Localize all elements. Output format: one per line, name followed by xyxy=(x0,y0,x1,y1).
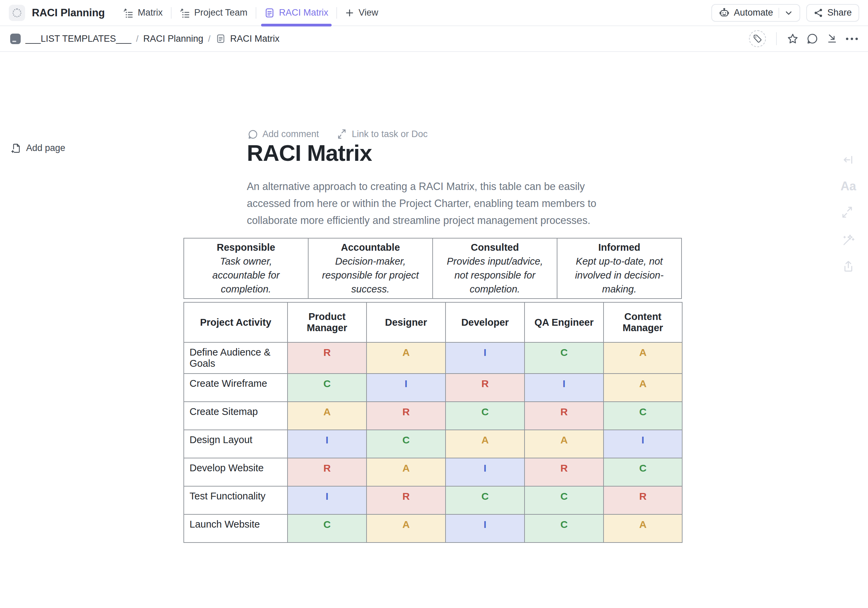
assignment-cell[interactable]: C xyxy=(288,514,367,543)
column-header-role[interactable]: Designer xyxy=(367,302,445,342)
assignment-cell[interactable]: I xyxy=(445,342,524,373)
legend-cell-consulted[interactable]: Consulted Provides input/advice, not res… xyxy=(432,238,557,299)
assignment-cell[interactable]: C xyxy=(445,402,524,430)
assignment-cell[interactable]: R xyxy=(288,458,367,486)
legend-definition: Task owner, accountable for completion. xyxy=(192,255,300,296)
activity-cell[interactable]: Develop Website xyxy=(184,458,288,486)
legend-cell-informed[interactable]: Informed Kept up-to-date, not involved i… xyxy=(557,238,682,299)
column-header-role[interactable]: QA Engineer xyxy=(524,302,603,342)
app-root: RACI Planning Matrix Proje xyxy=(0,0,868,608)
assignment-cell[interactable]: R xyxy=(288,342,367,373)
breadcrumb-item-list-templates[interactable]: ___LIST TEMPLATES___ xyxy=(25,34,131,44)
workspace-avatar[interactable] xyxy=(9,5,25,21)
assignment-cell[interactable]: C xyxy=(524,486,603,514)
assignment-cell[interactable]: I xyxy=(288,486,367,514)
column-header-role[interactable]: Content Manager xyxy=(603,302,682,342)
breadcrumb-item-raci-planning[interactable]: RACI Planning xyxy=(143,34,203,44)
assignment-cell[interactable]: C xyxy=(603,458,682,486)
favorite-button[interactable] xyxy=(787,33,798,44)
raci-matrix-table: Project ActivityProduct ManagerDesignerD… xyxy=(183,302,682,543)
share-button[interactable]: Share xyxy=(806,4,859,22)
assignment-cell[interactable]: A xyxy=(603,514,682,543)
typography-icon[interactable]: Aa xyxy=(840,180,856,192)
breadcrumb-item-raci-matrix[interactable]: RACI Matrix xyxy=(230,34,280,44)
divider xyxy=(776,32,777,45)
assignment-cell[interactable]: R xyxy=(367,486,445,514)
assignment-cell[interactable]: I xyxy=(288,430,367,458)
assignment-cell[interactable]: I xyxy=(524,373,603,402)
add-view-button[interactable]: View xyxy=(337,0,386,26)
activity-cell[interactable]: Create Wireframe xyxy=(184,373,288,402)
assignment-cell[interactable]: C xyxy=(603,402,682,430)
assignment-cell[interactable]: A xyxy=(445,430,524,458)
assignment-cell[interactable]: A xyxy=(603,342,682,373)
link-arrows-icon xyxy=(337,129,347,140)
tab-project-team[interactable]: Project Team xyxy=(172,0,256,26)
automate-button[interactable]: Automate xyxy=(711,4,800,22)
pinned-list-icon xyxy=(123,8,133,18)
assignment-cell[interactable]: C xyxy=(524,342,603,373)
assignment-cell[interactable]: A xyxy=(367,342,445,373)
legend-term: Informed xyxy=(566,241,673,255)
legend-definition: Decision-maker, responsible for project … xyxy=(317,255,424,296)
plus-icon xyxy=(345,8,354,17)
more-options-button[interactable] xyxy=(846,38,858,40)
assignment-cell[interactable]: R xyxy=(524,402,603,430)
legend-row: Responsible Task owner, accountable for … xyxy=(184,238,682,299)
doc-canvas: Add page Aa xyxy=(0,52,868,607)
chevron-down-icon[interactable] xyxy=(784,9,793,17)
assignment-cell[interactable]: I xyxy=(603,430,682,458)
assignment-cell[interactable]: A xyxy=(603,373,682,402)
comments-button[interactable] xyxy=(807,33,818,44)
doc-title[interactable]: RACI Matrix xyxy=(247,140,372,166)
add-tag-button[interactable] xyxy=(749,30,766,47)
assignment-cell[interactable]: R xyxy=(445,373,524,402)
column-header-role[interactable]: Product Manager xyxy=(288,302,367,342)
column-header-activity[interactable]: Project Activity xyxy=(184,302,288,342)
activity-cell[interactable]: Launch Website xyxy=(184,514,288,543)
assignment-cell[interactable]: C xyxy=(367,430,445,458)
export-icon xyxy=(826,33,838,44)
view-tabs: Matrix Project Team RACI Matrix xyxy=(115,0,386,26)
activity-cell[interactable]: Design Layout xyxy=(184,430,288,458)
automate-label: Automate xyxy=(734,8,773,18)
robot-icon xyxy=(719,8,730,18)
legend-cell-accountable[interactable]: Accountable Decision-maker, responsible … xyxy=(308,238,432,299)
doc-intro[interactable]: An alternative approach to creating a RA… xyxy=(247,178,629,229)
assignment-cell[interactable]: A xyxy=(288,402,367,430)
magic-wand-icon[interactable] xyxy=(842,233,855,246)
raci-row: Define Audience & GoalsRAICA xyxy=(184,342,682,373)
activity-cell[interactable]: Define Audience & Goals xyxy=(184,342,288,373)
tab-raci-matrix[interactable]: RACI Matrix xyxy=(256,0,337,26)
doc-meta-row: Add comment Link to task or Doc xyxy=(248,129,428,140)
list-avatar-icon[interactable] xyxy=(10,34,21,44)
legend-cell-responsible[interactable]: Responsible Task owner, accountable for … xyxy=(184,238,308,299)
add-comment-button[interactable]: Add comment xyxy=(248,129,319,140)
assignment-cell[interactable]: A xyxy=(367,514,445,543)
activity-cell[interactable]: Create Sitemap xyxy=(184,402,288,430)
activity-cell[interactable]: Test Functionality xyxy=(184,486,288,514)
assignment-cell[interactable]: R xyxy=(603,486,682,514)
column-header-role[interactable]: Developer xyxy=(445,302,524,342)
assignment-cell[interactable]: I xyxy=(367,373,445,402)
assignment-cell[interactable]: C xyxy=(288,373,367,402)
upload-icon[interactable] xyxy=(842,260,854,272)
doc-side-toolbar: Aa xyxy=(839,154,858,272)
add-page-button[interactable]: Add page xyxy=(11,143,65,153)
relationships-icon[interactable] xyxy=(842,207,854,219)
assignment-cell[interactable]: A xyxy=(524,430,603,458)
link-to-task-label: Link to task or Doc xyxy=(352,129,428,140)
assignment-cell[interactable]: R xyxy=(524,458,603,486)
assignment-cell[interactable]: I xyxy=(445,458,524,486)
link-to-task-button[interactable]: Link to task or Doc xyxy=(337,129,428,140)
assignment-cell[interactable]: R xyxy=(367,402,445,430)
wrap-text-icon[interactable] xyxy=(842,154,854,166)
assignment-cell[interactable]: C xyxy=(445,486,524,514)
topbar-actions: Automate Share xyxy=(711,4,859,22)
export-button[interactable] xyxy=(826,33,838,44)
legend-definition: Kept up-to-date, not involved in decisio… xyxy=(566,255,673,296)
tab-matrix[interactable]: Matrix xyxy=(115,0,171,26)
assignment-cell[interactable]: I xyxy=(445,514,524,543)
assignment-cell[interactable]: A xyxy=(367,458,445,486)
assignment-cell[interactable]: C xyxy=(524,514,603,543)
